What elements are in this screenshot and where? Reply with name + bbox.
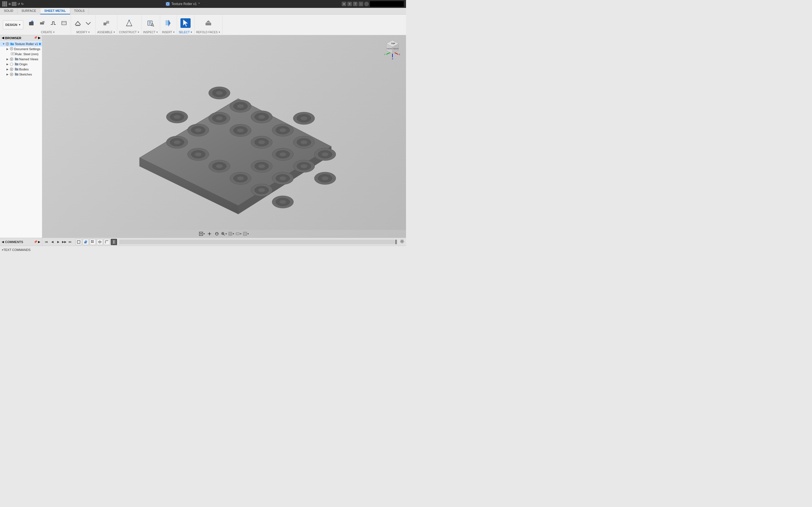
- create-main-btn[interactable]: [27, 18, 37, 28]
- tree-expand-sketches[interactable]: ▶: [6, 73, 9, 76]
- timeline-end-btn[interactable]: ⏭: [68, 239, 73, 244]
- ribbon: SOLID SURFACE SHEET METAL TOOLS DESIGN ▼: [0, 8, 406, 35]
- unfold-btn[interactable]: [84, 18, 94, 28]
- svg-point-24: [7, 43, 8, 45]
- contour-flange-btn[interactable]: [48, 18, 58, 28]
- browser-collapse-icon[interactable]: ◀: [2, 36, 4, 40]
- tree-item-named-views[interactable]: ▶ Named Views: [0, 57, 42, 62]
- svg-point-33: [11, 69, 12, 70]
- browser-title: BROWSER: [5, 36, 21, 40]
- comments-expand-icon[interactable]: ▶: [38, 240, 40, 243]
- viewcube-svg: Z X Y TOP RIGHT FRONT: [381, 38, 404, 60]
- timeline-start-btn[interactable]: ⏮: [44, 239, 49, 244]
- tree-expand-root[interactable]: ▼: [2, 42, 5, 46]
- group-modify-label: MODIFY ▼: [77, 31, 90, 34]
- fold-btn[interactable]: [73, 18, 83, 28]
- tab-tools[interactable]: TOOLS: [70, 8, 89, 14]
- svg-point-101: [301, 164, 307, 168]
- tree-item-sketches[interactable]: ▶ Sketches: [0, 72, 42, 77]
- tree-expand-origin[interactable]: ▶: [6, 62, 9, 66]
- fit-view-btn[interactable]: ▼: [199, 231, 205, 237]
- sheet-panel-btn[interactable]: [59, 18, 69, 28]
- grid-btn[interactable]: ▼: [243, 231, 249, 237]
- viewcube[interactable]: Z X Y TOP RIGHT FRONT: [381, 38, 404, 60]
- tree-vis-sketches[interactable]: [10, 72, 13, 76]
- tree-expand-named-views[interactable]: ▶: [6, 57, 9, 61]
- zoom-btn[interactable]: ▼: [221, 231, 227, 237]
- tree-vis-named-views[interactable]: [10, 57, 13, 61]
- svg-rect-26: [11, 53, 15, 55]
- flange-icon: [39, 19, 47, 27]
- svg-rect-138: [85, 240, 87, 242]
- comments-pin-icon[interactable]: 📌: [34, 240, 37, 243]
- timeline-prev-btn[interactable]: ◀: [50, 239, 55, 244]
- timeline-tool-end-marker[interactable]: [111, 239, 117, 245]
- tab-sheet-metal[interactable]: SHEET METAL: [40, 8, 70, 14]
- flange-btn[interactable]: [38, 18, 48, 28]
- construct-icon: [125, 19, 133, 27]
- assemble-btn[interactable]: [101, 18, 111, 28]
- svg-point-0: [167, 3, 169, 5]
- timeline-next-btn[interactable]: ▶▶: [62, 239, 67, 244]
- insert-btn[interactable]: [163, 18, 173, 28]
- tree-vis-origin[interactable]: [10, 62, 13, 66]
- refold-btn[interactable]: [203, 18, 213, 28]
- account-icon[interactable]: [364, 2, 369, 6]
- close-tab-btn[interactable]: ✕: [342, 2, 346, 6]
- help-icon[interactable]: ?: [353, 2, 357, 6]
- tree-item-bodies[interactable]: ▶ Bodies: [0, 67, 42, 72]
- group-refold: REFOLD FACES ▼: [195, 15, 222, 34]
- app-grid-icon[interactable]: [2, 1, 7, 6]
- tree-expand-doc[interactable]: ▶: [6, 47, 9, 51]
- visual-style-btn[interactable]: ▼: [236, 231, 242, 237]
- timeline-tool-fillet[interactable]: [104, 239, 110, 245]
- create-icon: [28, 19, 36, 27]
- update-icon[interactable]: ↑: [359, 2, 363, 6]
- menu-icon[interactable]: ≡: [8, 2, 11, 6]
- svg-marker-144: [98, 241, 100, 243]
- construct-btn[interactable]: [124, 18, 134, 28]
- assemble-icon: [102, 19, 110, 27]
- sheet-panel-icon: [60, 19, 68, 27]
- viewport[interactable]: Z X Y TOP RIGHT FRONT: [42, 35, 406, 238]
- tab-surface[interactable]: SURFACE: [17, 8, 40, 14]
- timeline-tool-mirror[interactable]: [97, 239, 103, 245]
- pan-btn[interactable]: [206, 231, 213, 237]
- browser-collapse-comments[interactable]: ◀: [2, 240, 4, 243]
- new-tab-btn[interactable]: +: [347, 2, 352, 6]
- window-title: Texture Roller v1 *: [24, 2, 342, 6]
- timeline-tool-pattern[interactable]: [90, 239, 96, 245]
- browser-expand-icon[interactable]: ▶: [38, 36, 40, 40]
- tree-item-doc-settings[interactable]: ▶ Document Settings: [0, 47, 42, 52]
- redo-btn[interactable]: ↻: [21, 2, 24, 6]
- undo-btn[interactable]: ↺: [17, 2, 20, 6]
- design-dropdown[interactable]: DESIGN ▼: [3, 20, 23, 29]
- timeline-settings-btn[interactable]: [400, 239, 404, 244]
- timeline-tool-extrude[interactable]: [83, 239, 89, 245]
- timeline-tool-sketch[interactable]: [75, 239, 82, 245]
- display-mode-btn[interactable]: ▼: [229, 231, 235, 237]
- save-icon[interactable]: [12, 2, 16, 6]
- browser-pin-icon[interactable]: 📌: [34, 36, 37, 40]
- group-modify: MODIFY ▼: [71, 15, 96, 34]
- timeline-track[interactable]: [119, 240, 398, 244]
- tab-solid[interactable]: SOLID: [0, 8, 17, 14]
- tree-item-origin[interactable]: ▶ Origin: [0, 62, 42, 67]
- tree-item-rule[interactable]: Rule: Steel (mm): [0, 52, 42, 57]
- tree-vis-bodies[interactable]: [10, 67, 13, 71]
- tree-vis-root[interactable]: [6, 42, 9, 46]
- svg-line-124: [223, 234, 225, 235]
- active-indicator: [39, 43, 41, 45]
- orbit-btn[interactable]: [214, 231, 220, 237]
- svg-point-147: [402, 241, 403, 242]
- select-btn[interactable]: [181, 18, 191, 28]
- tree-item-root[interactable]: ▼ Texture Roller v1: [0, 41, 42, 47]
- inspect-btn[interactable]: [146, 18, 156, 28]
- svg-rect-128: [229, 233, 232, 235]
- timeline-play-btn[interactable]: ▶: [56, 239, 61, 244]
- tree-expand-bodies[interactable]: ▶: [6, 68, 9, 71]
- titlebar: ≡ ↺ ↻ Texture Roller v1 * ✕ + ? ↑: [0, 0, 406, 8]
- svg-point-53: [237, 104, 244, 108]
- main-layout: ◀ BROWSER 📌 ▶ ▼ Texture Roller v1: [0, 35, 406, 238]
- timeline-playhead: [396, 240, 396, 244]
